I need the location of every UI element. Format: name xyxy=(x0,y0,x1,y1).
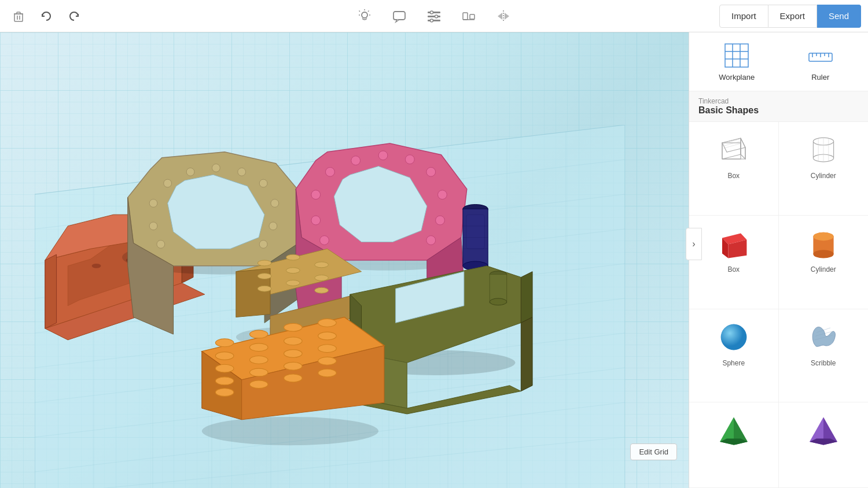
svg-point-125 xyxy=(215,352,234,360)
cylinder-solid-icon xyxy=(805,225,842,262)
svg-point-57 xyxy=(149,199,157,208)
category-label: Basic Shapes xyxy=(698,105,859,116)
svg-point-134 xyxy=(249,368,268,376)
svg-line-159 xyxy=(741,154,745,159)
ruler-tool[interactable]: Ruler xyxy=(785,42,857,82)
toolbar-center xyxy=(352,3,516,29)
svg-marker-20 xyxy=(498,13,502,20)
svg-point-61 xyxy=(238,168,246,176)
svg-rect-16 xyxy=(463,13,468,20)
svg-rect-11 xyxy=(428,16,440,17)
scribble-icon xyxy=(805,319,842,356)
svg-line-7 xyxy=(359,10,361,12)
svg-point-59 xyxy=(186,168,194,176)
viewport[interactable]: Edit Grid xyxy=(0,32,689,488)
ruler-label: Ruler xyxy=(811,73,829,82)
svg-point-105 xyxy=(315,287,329,293)
shapes-grid: Box Cylinder xyxy=(689,122,868,488)
svg-point-137 xyxy=(215,389,234,397)
svg-point-179 xyxy=(720,324,746,350)
svg-point-62 xyxy=(259,179,267,187)
workplane-tool[interactable]: Workplane xyxy=(701,42,773,82)
toolbar-right: Import Export Send xyxy=(719,5,861,28)
shape-sphere-label: Sphere xyxy=(722,359,745,367)
svg-point-102 xyxy=(315,275,329,281)
export-button[interactable]: Export xyxy=(768,5,817,28)
svg-point-132 xyxy=(318,345,337,353)
svg-point-136 xyxy=(318,357,337,365)
shape-cylinder-wireframe-label: Cylinder xyxy=(811,172,836,180)
svg-point-81 xyxy=(426,236,436,245)
svg-point-15 xyxy=(431,19,433,22)
svg-point-14 xyxy=(435,15,438,18)
svg-point-65 xyxy=(259,241,267,249)
shape-cylinder-wireframe[interactable]: Cylinder xyxy=(779,122,869,216)
mirror-button[interactable] xyxy=(491,3,516,29)
svg-point-103 xyxy=(258,286,271,291)
pyramid-purple-icon xyxy=(805,412,842,449)
ruler-icon xyxy=(807,42,834,69)
svg-rect-10 xyxy=(428,12,440,13)
shape-box-wireframe[interactable]: Box xyxy=(689,122,779,216)
svg-point-130 xyxy=(249,356,268,364)
svg-point-177 xyxy=(813,250,833,258)
svg-rect-0 xyxy=(14,14,23,21)
shape-sphere[interactable]: Sphere xyxy=(689,309,779,403)
speech-bubble-button[interactable] xyxy=(387,3,412,29)
svg-point-126 xyxy=(249,343,268,352)
svg-rect-141 xyxy=(725,44,748,67)
svg-point-74 xyxy=(325,167,334,176)
svg-point-63 xyxy=(271,199,279,208)
shape-pyramid-purple[interactable] xyxy=(779,402,869,488)
delete-button[interactable] xyxy=(7,5,30,28)
canvas-area[interactable]: Edit Grid xyxy=(0,32,689,488)
svg-point-178 xyxy=(813,232,833,241)
svg-marker-116 xyxy=(521,317,532,391)
svg-point-122 xyxy=(249,330,268,338)
svg-point-75 xyxy=(351,156,361,165)
brand-label: Tinkercad xyxy=(698,97,859,105)
panel-tools: Workplane Ruler xyxy=(689,32,868,91)
svg-point-121 xyxy=(215,339,234,347)
right-panel: Workplane Ruler xyxy=(689,32,868,488)
shape-box-solid-label: Box xyxy=(727,265,740,273)
svg-point-67 xyxy=(157,241,165,249)
svg-point-100 xyxy=(258,273,271,279)
svg-point-66 xyxy=(149,222,157,230)
light-button[interactable] xyxy=(352,3,377,29)
shape-cylinder-solid[interactable]: Cylinder xyxy=(779,216,869,309)
svg-line-164 xyxy=(723,144,740,149)
svg-point-129 xyxy=(215,364,234,372)
toolbar-left xyxy=(7,5,86,28)
edit-grid-button[interactable]: Edit Grid xyxy=(630,443,677,460)
svg-marker-21 xyxy=(505,13,509,20)
redo-button[interactable] xyxy=(62,5,86,28)
shape-box-solid[interactable]: Box xyxy=(689,216,779,309)
undo-button[interactable] xyxy=(35,5,58,28)
shape-cylinder-solid-label: Cylinder xyxy=(811,265,836,273)
settings-button[interactable] xyxy=(421,3,447,29)
svg-rect-17 xyxy=(470,14,475,19)
svg-point-58 xyxy=(164,179,172,187)
svg-point-135 xyxy=(284,362,303,370)
cylinder-navy xyxy=(463,204,488,270)
shape-pyramid-green[interactable] xyxy=(689,402,779,488)
svg-point-79 xyxy=(438,190,447,199)
svg-point-139 xyxy=(284,374,303,382)
svg-point-128 xyxy=(318,332,337,340)
svg-point-77 xyxy=(405,155,414,164)
shape-scribble-label: Scribble xyxy=(811,359,836,367)
svg-point-117 xyxy=(202,417,378,445)
svg-point-76 xyxy=(378,151,388,160)
shapes-header: Tinkercad Basic Shapes xyxy=(689,91,868,122)
import-button[interactable]: Import xyxy=(719,5,768,28)
align-button[interactable] xyxy=(456,3,481,29)
svg-point-60 xyxy=(212,164,220,172)
svg-point-78 xyxy=(426,167,436,176)
send-button[interactable]: Send xyxy=(817,5,861,28)
pyramid-green-icon xyxy=(715,412,752,449)
main-area: Edit Grid › Work xyxy=(0,32,868,488)
panel-collapse-arrow[interactable]: › xyxy=(686,228,702,260)
octagon-ring-tan xyxy=(122,152,322,334)
shape-scribble[interactable]: Scribble xyxy=(779,309,869,403)
